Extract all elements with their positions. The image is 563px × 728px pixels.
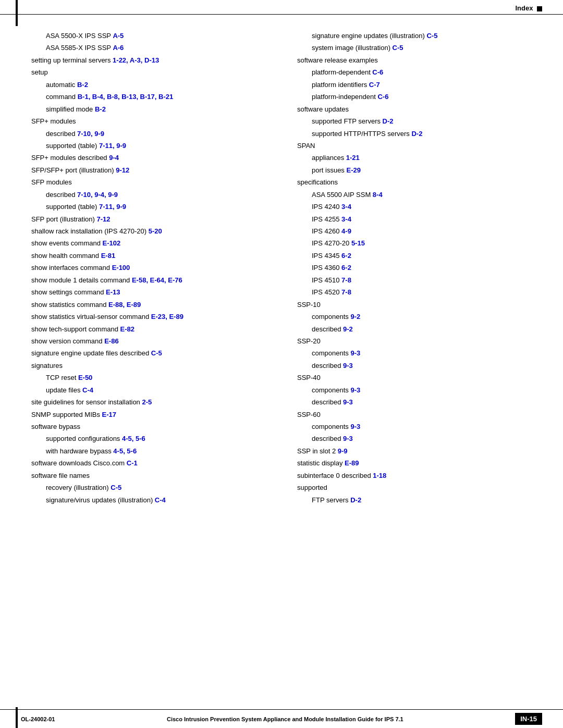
entry-link[interactable]: C-6 [372,68,383,76]
entry-link[interactable]: 9-3 [350,386,360,394]
entry-link[interactable]: 1-21 [346,154,360,162]
entry-link[interactable]: C-5 [426,32,437,40]
list-item: automatic B-2 [31,79,276,90]
main-content: ASA 5500-X IPS SSP A-5ASA 5585-X IPS SSP… [0,15,563,538]
list-item: SSP-40 [297,372,542,383]
entry-link[interactable]: 9-2 [343,325,353,333]
entry-link[interactable]: E-58, E-64, E-76 [132,276,182,284]
entry-link[interactable]: C-5 [393,44,403,52]
entry-link[interactable]: 7-11, 9-9 [99,142,126,150]
entry-link[interactable]: E-86 [104,337,118,345]
entry-text: described [46,191,77,199]
entry-link[interactable]: C-4 [155,496,166,504]
entry-link[interactable]: 8-4 [373,191,383,199]
entry-link[interactable]: D-2 [411,130,422,138]
list-item: IPS 4260 4-9 [297,226,542,237]
entry-link[interactable]: E-100 [112,264,130,272]
entry-text: signature/virus updates (illustration) [46,496,155,504]
entry-link[interactable]: 5-15 [351,239,365,247]
entry-link[interactable]: C-7 [369,81,380,89]
list-item: subinterface 0 described 1-18 [297,470,542,481]
entry-text: ASA 5500 AIP SSM [312,191,373,199]
entry-link[interactable]: B-2 [77,81,88,89]
entry-link[interactable]: E-50 [78,374,92,381]
entry-link[interactable]: 7-10, 9-4, 9-9 [77,191,118,199]
entry-link[interactable]: A-5 [113,32,124,40]
list-item: platform identifiers C-7 [297,79,542,90]
entry-link[interactable]: C-5 [111,484,121,491]
entry-link[interactable]: 7-8 [341,288,351,296]
entry-link[interactable]: 9-3 [343,398,353,406]
entry-text: ASA 5500-X IPS SSP [46,32,113,40]
entry-link[interactable]: E-81 [101,252,115,260]
entry-link[interactable]: E-89 [345,459,359,467]
entry-link[interactable]: 9-3 [343,362,353,369]
entry-text: recovery (illustration) [46,484,111,491]
entry-link[interactable]: 6-2 [341,252,351,260]
entry-link[interactable]: 7-12 [96,215,110,223]
entry-link[interactable]: 2-5 [142,398,152,406]
entry-link[interactable]: 9-3 [343,435,353,442]
entry-link[interactable]: 1-22, A-3, D-13 [113,56,159,64]
list-item: ASA 5585-X IPS SSP A-6 [31,42,276,53]
entry-link[interactable]: 5-20 [149,227,162,235]
entry-link[interactable]: A-6 [113,44,124,52]
entry-link[interactable]: 9-3 [350,349,360,357]
list-item: appliances 1-21 [297,152,542,163]
entry-link[interactable]: E-17 [102,411,116,418]
entry-link[interactable]: 1-18 [373,472,386,479]
entry-link[interactable]: E-102 [103,239,121,247]
entry-text: specifications [297,178,338,186]
entry-link[interactable]: C-1 [127,459,138,467]
left-column: ASA 5500-X IPS SSP A-5ASA 5585-X IPS SSP… [31,30,287,507]
entry-text: described [312,362,343,369]
list-item: platform-dependent C-6 [297,67,542,78]
entry-text: IPS 4260 [312,227,341,235]
entry-link[interactable]: 9-4 [109,154,119,162]
entry-link[interactable]: 3-4 [341,203,351,211]
entry-link[interactable]: B-2 [95,105,106,113]
entry-link[interactable]: D-2 [350,496,361,504]
entry-text: IPS 4510 [312,276,341,284]
entry-link[interactable]: E-13 [106,288,120,296]
footer-doc-number: OL-24002-01 [21,716,55,722]
entry-link[interactable]: 4-5, 5-6 [113,447,137,455]
entry-text: setup [31,68,48,76]
entry-link[interactable]: 4-5, 5-6 [122,435,145,442]
entry-text: platform-independent [312,93,377,101]
entry-link[interactable]: D-2 [383,117,394,125]
entry-link[interactable]: 4-9 [341,227,351,235]
list-item: supported HTTP/HTTPS servers D-2 [297,128,542,139]
entry-link[interactable]: B-1, B-4, B-8, B-13, B-17, B-21 [78,93,174,101]
list-item: SSP in slot 2 9-9 [297,446,542,456]
list-item: shallow rack installation (IPS 4270-20) … [31,226,276,237]
list-item: IPS 4510 7-8 [297,275,542,286]
entry-link[interactable]: 7-10, 9-9 [77,130,104,138]
entry-link[interactable]: C-5 [151,349,162,357]
entry-link[interactable]: E-88, E-89 [108,301,141,309]
entry-link[interactable]: 9-3 [350,423,360,430]
entry-text: SFP modules [31,178,72,186]
entry-link[interactable]: 3-4 [341,215,351,223]
entry-link[interactable]: 6-2 [341,264,351,272]
entry-link[interactable]: E-23, E-89 [151,313,183,320]
entry-link[interactable]: E-29 [346,166,360,174]
entry-text: platform identifiers [312,81,369,89]
list-item: show statistics virtual-sensor command E… [31,311,276,322]
entry-text: signature engine update files described [31,349,151,357]
entry-link[interactable]: E-82 [120,325,134,333]
entry-link[interactable]: 7-8 [341,276,351,284]
entry-text: shallow rack installation (IPS 4270-20) [31,227,149,235]
entry-link[interactable]: C-6 [377,93,388,101]
entry-link[interactable]: 9-2 [350,313,360,320]
list-item: software file names [31,470,276,481]
entry-link[interactable]: 9-12 [116,166,129,174]
list-item: IPS 4240 3-4 [297,201,542,212]
entry-text: IPS 4345 [312,252,341,260]
entry-link[interactable]: 7-11, 9-9 [99,203,126,211]
entry-text: show statistics virtual-sensor command [31,313,151,320]
entry-text: SNMP supported MIBs [31,411,102,418]
entry-link[interactable]: 9-9 [338,447,348,455]
list-item: show events command E-102 [31,238,276,249]
entry-link[interactable]: C-4 [82,386,93,394]
